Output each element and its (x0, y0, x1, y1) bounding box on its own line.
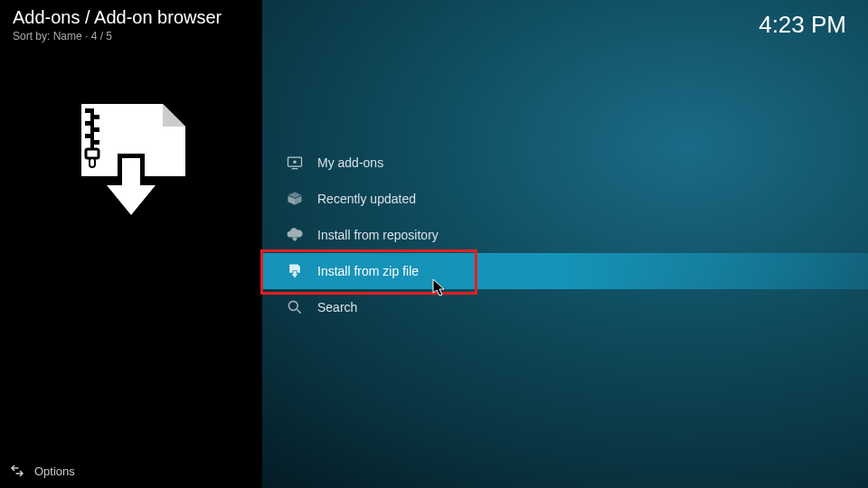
sidebar: Add-ons / Add-on browser Sort by: Name ·… (0, 0, 262, 488)
svg-rect-8 (90, 158, 95, 167)
svg-point-11 (293, 161, 296, 164)
open-box-icon (285, 189, 305, 209)
svg-rect-5 (85, 134, 90, 138)
sort-info: Sort by: Name · 4 / 5 (13, 30, 112, 42)
menu-item-my-addons[interactable]: My add-ons (262, 145, 868, 181)
svg-rect-4 (94, 127, 99, 132)
install-zip-hero-icon (72, 99, 194, 221)
menu-item-install-repository[interactable]: Install from repository (262, 217, 868, 253)
svg-rect-6 (94, 140, 99, 145)
options-icon (9, 463, 25, 479)
menu-item-recently-updated[interactable]: Recently updated (262, 181, 868, 217)
svg-line-13 (297, 310, 301, 314)
breadcrumb: Add-ons / Add-on browser (13, 7, 222, 28)
menu-list: My add-ons Recently updated Install from… (262, 145, 868, 325)
svg-rect-1 (85, 108, 90, 113)
svg-rect-2 (94, 115, 99, 119)
menu-item-label: Recently updated (317, 192, 416, 206)
menu-item-label: Search (317, 300, 357, 314)
menu-item-search[interactable]: Search (262, 289, 868, 325)
menu-item-label: My add-ons (317, 155, 383, 170)
footer-options[interactable]: Options (9, 463, 75, 479)
menu-item-label: Install from zip file (317, 264, 419, 278)
menu-item-label: Install from repository (317, 228, 439, 242)
search-icon (285, 297, 305, 317)
cloud-download-icon (285, 225, 305, 245)
monitor-icon (285, 153, 305, 173)
svg-rect-7 (86, 149, 99, 158)
clock: 4:23 PM (759, 11, 846, 39)
menu-item-install-zip[interactable]: Install from zip file (262, 253, 868, 289)
svg-rect-3 (85, 121, 90, 126)
options-label: Options (34, 465, 75, 478)
svg-rect-0 (90, 108, 94, 154)
zip-file-icon (285, 261, 305, 281)
svg-point-12 (288, 301, 297, 310)
